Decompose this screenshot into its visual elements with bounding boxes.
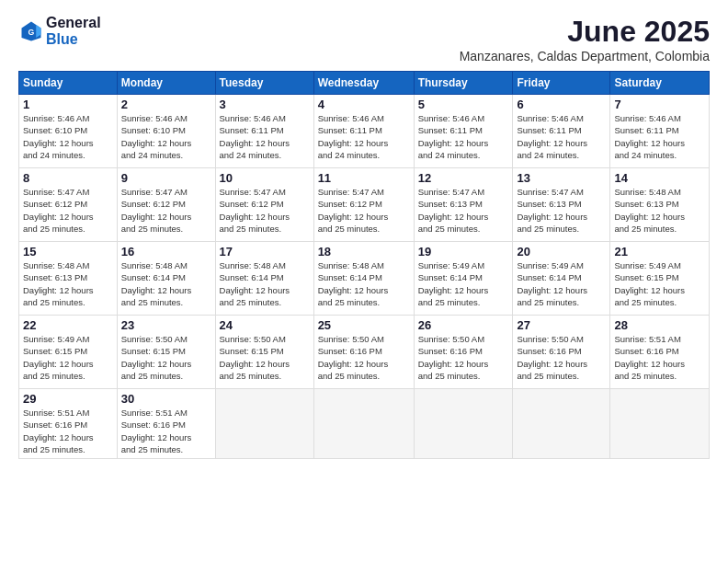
page: G General Blue June 2025 Manzanares, Cal…: [0, 0, 728, 563]
day-info: Sunrise: 5:46 AM Sunset: 6:11 PM Dayligh…: [517, 112, 606, 161]
day-number: 10: [220, 171, 310, 185]
day-number: 1: [23, 98, 113, 111]
day-info: Sunrise: 5:49 AM Sunset: 6:15 PM Dayligh…: [23, 333, 113, 382]
day-number: 23: [121, 318, 211, 332]
table-cell: 29Sunrise: 5:51 AM Sunset: 6:16 PM Dayli…: [19, 389, 118, 459]
day-number: 26: [418, 318, 509, 332]
table-cell: 12Sunrise: 5:47 AM Sunset: 6:13 PM Dayli…: [414, 168, 513, 242]
day-info: Sunrise: 5:48 AM Sunset: 6:13 PM Dayligh…: [614, 186, 705, 235]
table-cell: [610, 389, 710, 459]
day-number: 19: [418, 245, 509, 259]
day-info: Sunrise: 5:51 AM Sunset: 6:16 PM Dayligh…: [23, 407, 113, 455]
day-number: 28: [614, 318, 705, 332]
table-cell: 8Sunrise: 5:47 AM Sunset: 6:12 PM Daylig…: [19, 168, 118, 242]
col-sunday: Sunday: [19, 72, 118, 95]
day-info: Sunrise: 5:46 AM Sunset: 6:10 PM Dayligh…: [121, 112, 211, 161]
day-info: Sunrise: 5:48 AM Sunset: 6:13 PM Dayligh…: [23, 259, 113, 308]
day-number: 9: [121, 171, 211, 185]
table-cell: 24Sunrise: 5:50 AM Sunset: 6:15 PM Dayli…: [215, 316, 313, 389]
col-saturday: Saturday: [610, 72, 710, 95]
day-number: 3: [220, 98, 310, 111]
table-row: 29Sunrise: 5:51 AM Sunset: 6:16 PM Dayli…: [19, 389, 710, 459]
table-cell: 20Sunrise: 5:49 AM Sunset: 6:14 PM Dayli…: [513, 242, 610, 316]
logo-text-line1: General: [46, 15, 101, 31]
day-info: Sunrise: 5:49 AM Sunset: 6:14 PM Dayligh…: [418, 259, 509, 308]
day-number: 20: [517, 245, 606, 259]
table-cell: [215, 389, 313, 459]
day-info: Sunrise: 5:47 AM Sunset: 6:12 PM Dayligh…: [220, 186, 310, 235]
day-number: 30: [121, 392, 211, 406]
table-cell: [414, 389, 513, 459]
day-number: 22: [23, 318, 113, 332]
day-info: Sunrise: 5:47 AM Sunset: 6:13 PM Dayligh…: [517, 186, 606, 235]
table-cell: 1Sunrise: 5:46 AM Sunset: 6:10 PM Daylig…: [19, 95, 118, 168]
table-cell: 4Sunrise: 5:46 AM Sunset: 6:11 PM Daylig…: [313, 95, 414, 168]
day-info: Sunrise: 5:46 AM Sunset: 6:10 PM Dayligh…: [23, 112, 113, 161]
table-row: 15Sunrise: 5:48 AM Sunset: 6:13 PM Dayli…: [19, 242, 710, 316]
day-number: 18: [318, 245, 410, 259]
table-cell: 28Sunrise: 5:51 AM Sunset: 6:16 PM Dayli…: [610, 316, 710, 389]
logo-icon: G: [18, 18, 44, 44]
col-thursday: Thursday: [414, 72, 513, 95]
day-info: Sunrise: 5:48 AM Sunset: 6:14 PM Dayligh…: [121, 259, 211, 308]
header: G General Blue June 2025 Manzanares, Cal…: [18, 15, 710, 63]
table-cell: 23Sunrise: 5:50 AM Sunset: 6:15 PM Dayli…: [117, 316, 215, 389]
location: Manzanares, Caldas Department, Colombia: [460, 49, 710, 63]
day-number: 4: [318, 98, 410, 111]
table-cell: 11Sunrise: 5:47 AM Sunset: 6:12 PM Dayli…: [313, 168, 414, 242]
day-number: 2: [121, 98, 211, 111]
col-tuesday: Tuesday: [215, 72, 313, 95]
day-info: Sunrise: 5:47 AM Sunset: 6:13 PM Dayligh…: [418, 186, 509, 235]
day-number: 25: [318, 318, 410, 332]
day-info: Sunrise: 5:50 AM Sunset: 6:16 PM Dayligh…: [517, 333, 606, 382]
title-block: June 2025 Manzanares, Caldas Department,…: [460, 15, 710, 63]
table-cell: 9Sunrise: 5:47 AM Sunset: 6:12 PM Daylig…: [117, 168, 215, 242]
day-number: 11: [318, 171, 410, 185]
day-info: Sunrise: 5:46 AM Sunset: 6:11 PM Dayligh…: [418, 112, 509, 161]
day-number: 7: [614, 98, 705, 111]
day-info: Sunrise: 5:48 AM Sunset: 6:14 PM Dayligh…: [220, 259, 310, 308]
table-cell: 16Sunrise: 5:48 AM Sunset: 6:14 PM Dayli…: [117, 242, 215, 316]
day-info: Sunrise: 5:49 AM Sunset: 6:15 PM Dayligh…: [614, 259, 705, 308]
day-info: Sunrise: 5:49 AM Sunset: 6:14 PM Dayligh…: [517, 259, 606, 308]
calendar-table: Sunday Monday Tuesday Wednesday Thursday…: [18, 71, 710, 459]
table-row: 8Sunrise: 5:47 AM Sunset: 6:12 PM Daylig…: [19, 168, 710, 242]
table-cell: 26Sunrise: 5:50 AM Sunset: 6:16 PM Dayli…: [414, 316, 513, 389]
day-number: 21: [614, 245, 705, 259]
table-cell: 30Sunrise: 5:51 AM Sunset: 6:16 PM Dayli…: [117, 389, 215, 459]
table-cell: [313, 389, 414, 459]
table-cell: [513, 389, 610, 459]
day-info: Sunrise: 5:47 AM Sunset: 6:12 PM Dayligh…: [23, 186, 113, 235]
day-number: 14: [614, 171, 705, 185]
table-cell: 19Sunrise: 5:49 AM Sunset: 6:14 PM Dayli…: [414, 242, 513, 316]
day-number: 17: [220, 245, 310, 259]
table-cell: 18Sunrise: 5:48 AM Sunset: 6:14 PM Dayli…: [313, 242, 414, 316]
day-info: Sunrise: 5:48 AM Sunset: 6:14 PM Dayligh…: [318, 259, 410, 308]
day-info: Sunrise: 5:50 AM Sunset: 6:15 PM Dayligh…: [121, 333, 211, 382]
day-number: 6: [517, 98, 606, 111]
day-info: Sunrise: 5:47 AM Sunset: 6:12 PM Dayligh…: [318, 186, 410, 235]
day-number: 15: [23, 245, 113, 259]
day-info: Sunrise: 5:47 AM Sunset: 6:12 PM Dayligh…: [121, 186, 211, 235]
day-number: 13: [517, 171, 606, 185]
logo: G General Blue: [18, 15, 101, 47]
table-cell: 13Sunrise: 5:47 AM Sunset: 6:13 PM Dayli…: [513, 168, 610, 242]
day-info: Sunrise: 5:51 AM Sunset: 6:16 PM Dayligh…: [614, 333, 705, 382]
table-cell: 21Sunrise: 5:49 AM Sunset: 6:15 PM Dayli…: [610, 242, 710, 316]
day-number: 8: [23, 171, 113, 185]
table-cell: 7Sunrise: 5:46 AM Sunset: 6:11 PM Daylig…: [610, 95, 710, 168]
day-number: 24: [220, 318, 310, 332]
table-cell: 17Sunrise: 5:48 AM Sunset: 6:14 PM Dayli…: [215, 242, 313, 316]
table-row: 22Sunrise: 5:49 AM Sunset: 6:15 PM Dayli…: [19, 316, 710, 389]
svg-text:G: G: [28, 27, 35, 36]
table-cell: 6Sunrise: 5:46 AM Sunset: 6:11 PM Daylig…: [513, 95, 610, 168]
table-cell: 25Sunrise: 5:50 AM Sunset: 6:16 PM Dayli…: [313, 316, 414, 389]
table-cell: 2Sunrise: 5:46 AM Sunset: 6:10 PM Daylig…: [117, 95, 215, 168]
day-info: Sunrise: 5:51 AM Sunset: 6:16 PM Dayligh…: [121, 407, 211, 455]
day-info: Sunrise: 5:46 AM Sunset: 6:11 PM Dayligh…: [220, 112, 310, 161]
table-cell: 5Sunrise: 5:46 AM Sunset: 6:11 PM Daylig…: [414, 95, 513, 168]
table-cell: 14Sunrise: 5:48 AM Sunset: 6:13 PM Dayli…: [610, 168, 710, 242]
day-info: Sunrise: 5:50 AM Sunset: 6:16 PM Dayligh…: [418, 333, 509, 382]
col-friday: Friday: [513, 72, 610, 95]
table-cell: 15Sunrise: 5:48 AM Sunset: 6:13 PM Dayli…: [19, 242, 118, 316]
